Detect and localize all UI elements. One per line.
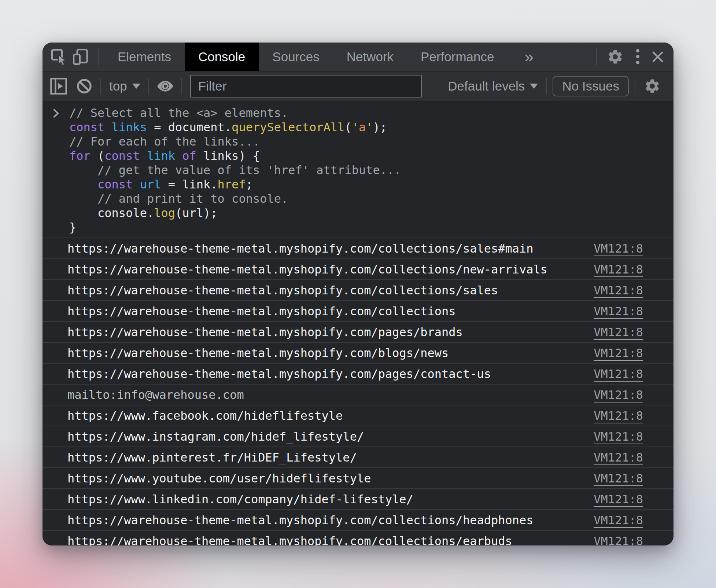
console-settings-gear-icon[interactable] bbox=[641, 78, 663, 95]
settings-gear-icon[interactable] bbox=[602, 43, 628, 71]
tab-console[interactable]: Console bbox=[185, 43, 259, 71]
log-source-link[interactable]: VM121:8 bbox=[594, 262, 643, 276]
toolbar-separator bbox=[100, 78, 101, 95]
log-url-link[interactable]: https://warehouse-theme-metal.myshopify.… bbox=[67, 534, 512, 546]
log-source-link[interactable]: VM121:8 bbox=[594, 346, 643, 360]
log-row: https://www.pinterest.fr/HiDEF_Lifestyle… bbox=[43, 446, 673, 467]
log-row: https://www.instagram.com/hidef_lifestyl… bbox=[43, 426, 673, 446]
code-line: const links = document.querySelectorAll(… bbox=[69, 120, 666, 135]
evaluated-code-entry: // Select all the <a> elements.const lin… bbox=[43, 102, 673, 238]
log-levels-label: Default levels bbox=[448, 79, 525, 93]
toolbar-separator bbox=[148, 78, 149, 95]
tab-elements[interactable]: Elements bbox=[104, 43, 185, 71]
log-list: https://warehouse-theme-metal.myshopify.… bbox=[43, 238, 673, 545]
log-url-link[interactable]: https://warehouse-theme-metal.myshopify.… bbox=[67, 367, 491, 381]
toolbar-separator bbox=[635, 78, 635, 95]
log-source-link[interactable]: VM121:8 bbox=[594, 492, 643, 506]
log-source-link[interactable]: VM121:8 bbox=[594, 242, 643, 256]
log-row: https://warehouse-theme-metal.myshopify.… bbox=[43, 279, 673, 300]
tab-performance[interactable]: Performance bbox=[407, 43, 508, 71]
log-source-link[interactable]: VM121:8 bbox=[594, 471, 643, 485]
close-icon[interactable] bbox=[647, 43, 668, 71]
device-toolbar-icon[interactable] bbox=[70, 43, 92, 71]
log-url-link[interactable]: https://www.pinterest.fr/HiDEF_Lifestyle… bbox=[67, 451, 357, 464]
log-source-link[interactable]: VM121:8 bbox=[594, 451, 643, 464]
log-row: https://warehouse-theme-metal.myshopify.… bbox=[43, 258, 673, 279]
tab-network[interactable]: Network bbox=[333, 43, 407, 71]
code-line: // and print it to console. bbox=[69, 192, 666, 206]
log-url-link[interactable]: https://warehouse-theme-metal.myshopify.… bbox=[67, 346, 449, 360]
code-block: // Select all the <a> elements.const lin… bbox=[69, 106, 666, 235]
log-url-link[interactable]: https://warehouse-theme-metal.myshopify.… bbox=[67, 304, 456, 318]
live-expression-eye-icon[interactable] bbox=[155, 76, 176, 96]
log-source-link[interactable]: VM121:8 bbox=[594, 388, 643, 402]
code-line: // Select all the <a> elements. bbox=[69, 106, 666, 120]
tabbar-separator-right bbox=[596, 48, 597, 66]
log-row: https://warehouse-theme-metal.myshopify.… bbox=[43, 530, 673, 545]
context-selector[interactable]: top bbox=[107, 79, 143, 93]
code-line: } bbox=[69, 220, 666, 235]
log-row: https://www.youtube.com/user/hideflifest… bbox=[43, 467, 673, 488]
expand-chevron-icon[interactable] bbox=[52, 108, 60, 118]
log-url-link[interactable]: https://www.instagram.com/hidef_lifestyl… bbox=[67, 430, 364, 444]
kebab-menu-icon[interactable] bbox=[628, 43, 647, 71]
log-source-link[interactable]: VM121:8 bbox=[594, 304, 643, 318]
toolbar-separator bbox=[546, 78, 547, 95]
code-line: console.log(url); bbox=[69, 206, 666, 220]
log-source-link[interactable]: VM121:8 bbox=[594, 534, 643, 546]
code-line: const url = link.href; bbox=[69, 177, 666, 192]
log-row: https://warehouse-theme-metal.myshopify.… bbox=[43, 300, 673, 321]
log-url-link[interactable]: https://www.facebook.com/hideflifestyle bbox=[67, 409, 343, 423]
devtools-tabbar: ElementsConsoleSourcesNetworkPerformance… bbox=[43, 43, 673, 71]
context-selector-label: top bbox=[109, 79, 127, 93]
log-row: https://www.linkedin.com/company/hidef-l… bbox=[43, 488, 673, 509]
chevron-down-icon bbox=[132, 84, 140, 89]
log-row: https://www.facebook.com/hideflifestyleV… bbox=[43, 405, 673, 426]
toolbar-separator bbox=[181, 78, 182, 95]
code-line: // For each of the links... bbox=[69, 135, 666, 149]
log-row: https://warehouse-theme-metal.myshopify.… bbox=[43, 321, 673, 342]
log-levels-dropdown[interactable]: Default levels bbox=[446, 79, 540, 93]
tabbar-spacer bbox=[541, 43, 591, 71]
log-source-link[interactable]: VM121:8 bbox=[594, 513, 643, 527]
console-output: // Select all the <a> elements.const lin… bbox=[43, 101, 673, 545]
log-plain-text: mailto:info@warehouse.com bbox=[67, 388, 244, 402]
console-sidebar-icon[interactable] bbox=[48, 77, 69, 96]
desktop-background: ElementsConsoleSourcesNetworkPerformance… bbox=[0, 0, 716, 588]
panel-tabs: ElementsConsoleSourcesNetworkPerformance bbox=[104, 43, 508, 71]
log-url-link[interactable]: https://www.linkedin.com/company/hidef-l… bbox=[67, 492, 413, 506]
inspect-element-icon[interactable] bbox=[48, 43, 70, 71]
log-url-link[interactable]: https://www.youtube.com/user/hideflifest… bbox=[67, 471, 371, 485]
log-row: https://warehouse-theme-metal.myshopify.… bbox=[43, 342, 673, 363]
log-source-link[interactable]: VM121:8 bbox=[594, 430, 643, 444]
log-source-link[interactable]: VM121:8 bbox=[594, 325, 643, 339]
log-url-link[interactable]: https://warehouse-theme-metal.myshopify.… bbox=[67, 283, 498, 297]
log-row: https://warehouse-theme-metal.myshopify.… bbox=[43, 238, 673, 258]
filter-input[interactable] bbox=[190, 75, 422, 98]
log-url-link[interactable]: https://warehouse-theme-metal.myshopify.… bbox=[67, 242, 534, 256]
log-source-link[interactable]: VM121:8 bbox=[594, 409, 643, 423]
code-line: // get the value of its 'href' attribute… bbox=[69, 163, 666, 177]
devtools-window: ElementsConsoleSourcesNetworkPerformance… bbox=[43, 43, 673, 545]
code-line: for (const link of links) { bbox=[69, 149, 666, 163]
tabbar-separator bbox=[98, 48, 99, 66]
log-url-link[interactable]: https://warehouse-theme-metal.myshopify.… bbox=[67, 325, 463, 339]
issues-counter-button[interactable]: No Issues bbox=[553, 76, 629, 96]
console-toolbar: top Default levels No Issues bbox=[43, 71, 673, 101]
log-source-link[interactable]: VM121:8 bbox=[594, 283, 643, 297]
log-row: mailto:info@warehouse.comVM121:8 bbox=[43, 384, 673, 405]
clear-console-icon[interactable] bbox=[74, 77, 95, 95]
more-tabs-icon[interactable]: » bbox=[517, 43, 540, 71]
log-row: https://warehouse-theme-metal.myshopify.… bbox=[43, 509, 673, 530]
log-row: https://warehouse-theme-metal.myshopify.… bbox=[43, 363, 673, 384]
log-url-link[interactable]: https://warehouse-theme-metal.myshopify.… bbox=[67, 513, 534, 527]
log-source-link[interactable]: VM121:8 bbox=[594, 367, 643, 381]
log-url-link[interactable]: https://warehouse-theme-metal.myshopify.… bbox=[67, 262, 547, 276]
chevron-down-icon bbox=[530, 84, 538, 89]
issues-counter-label: No Issues bbox=[562, 79, 619, 93]
tab-sources[interactable]: Sources bbox=[259, 43, 333, 71]
